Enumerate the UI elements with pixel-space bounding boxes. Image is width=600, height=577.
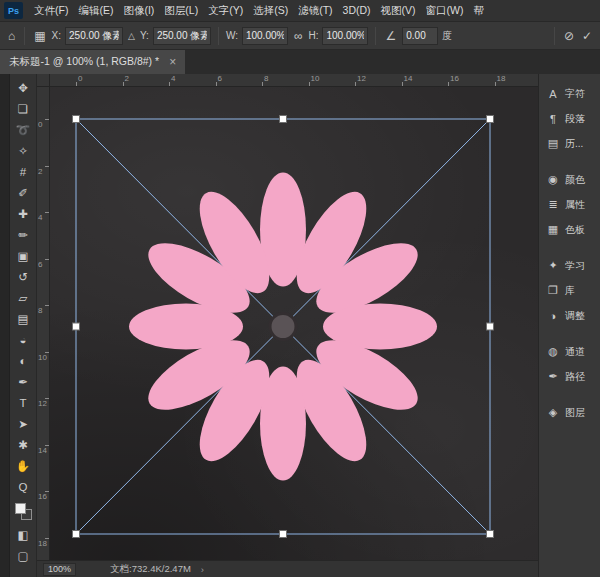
tab-close-icon[interactable]: × (169, 55, 176, 69)
ruler-label: 12 (357, 75, 366, 83)
menu-item[interactable]: 图像(I) (118, 0, 159, 21)
transform-handle[interactable] (280, 116, 287, 123)
width-input[interactable] (242, 27, 288, 45)
status-chevron-icon[interactable]: › (201, 564, 204, 575)
channels-panel[interactable]: ◍通道 (539, 339, 600, 364)
foreground-color-swatch[interactable] (15, 503, 26, 514)
color-swatches[interactable] (15, 503, 32, 520)
type-tool[interactable]: T (10, 392, 36, 413)
character-panel[interactable]: A字符 (539, 81, 600, 106)
photoshop-logo: Ps (4, 2, 23, 19)
menu-item[interactable]: 3D(D) (338, 0, 376, 21)
ruler-label: 0 (78, 75, 82, 83)
adjustments-panel[interactable]: ◑调整 (539, 303, 600, 328)
paragraph-panel[interactable]: ¶段落 (539, 106, 600, 131)
vertical-ruler[interactable]: 024681012141618 (37, 87, 50, 560)
transform-handle[interactable] (73, 116, 80, 123)
ruler-label: 2 (125, 75, 129, 83)
ruler-label: 10 (311, 75, 320, 83)
zoom-tool[interactable]: Q (10, 476, 36, 497)
panel-group: ✦学习❐库◑调整 (539, 253, 600, 328)
transform-handle[interactable] (487, 531, 494, 538)
color-panel[interactable]: ◉颜色 (539, 167, 600, 192)
menu-item[interactable]: 视图(V) (376, 0, 421, 21)
ruler-corner[interactable] (37, 74, 50, 87)
home-icon[interactable]: ⌂ (6, 29, 17, 43)
menu-item[interactable]: 选择(S) (248, 0, 293, 21)
menu-item[interactable]: 文件(F) (29, 0, 73, 21)
history-brush-tool[interactable]: ↺ (10, 266, 36, 287)
options-divider (554, 27, 555, 45)
menu-item[interactable]: 帮 (469, 0, 490, 21)
character-panel-icon: A (546, 88, 560, 100)
eyedropper-tool[interactable]: ✐ (10, 182, 36, 203)
menu-item[interactable]: 滤镜(T) (293, 0, 337, 21)
shape-tool[interactable]: ✱ (10, 434, 36, 455)
ruler-tick (45, 212, 49, 213)
marquee-tool[interactable]: ❏ (10, 98, 36, 119)
panel-label: 段落 (565, 112, 585, 126)
x-position-input[interactable] (65, 27, 123, 45)
swatches-panel[interactable]: ▦色板 (539, 217, 600, 242)
height-input[interactable] (322, 27, 368, 45)
screen-mode-icon[interactable]: ▢ (10, 545, 36, 566)
panel-group: A字符¶段落▤历... (539, 81, 600, 156)
panel-label: 路径 (565, 370, 585, 384)
layers-panel[interactable]: ◈图层 (539, 400, 600, 425)
transform-handle[interactable] (487, 323, 494, 330)
transform-handle[interactable] (73, 531, 80, 538)
ruler-tick (45, 305, 49, 306)
canvas-artwork[interactable] (50, 87, 538, 560)
gradient-tool[interactable]: ▤ (10, 308, 36, 329)
y-position-input[interactable] (153, 27, 211, 45)
left-dock-strip (0, 74, 10, 577)
horizontal-ruler[interactable]: 024681012141618 (50, 74, 538, 87)
quick-selection-tool[interactable]: ✧ (10, 140, 36, 161)
canvas-viewport[interactable] (50, 87, 538, 560)
commit-transform-icon[interactable]: ✓ (580, 29, 594, 43)
history-panel[interactable]: ▤历... (539, 131, 600, 156)
blur-tool[interactable]: ◒ (10, 329, 36, 350)
eraser-tool[interactable]: ▱ (10, 287, 36, 308)
clone-stamp-tool[interactable]: ▣ (10, 245, 36, 266)
cancel-transform-icon[interactable]: ⊘ (562, 29, 576, 43)
transform-handle[interactable] (487, 116, 494, 123)
brush-tool[interactable]: ✏ (10, 224, 36, 245)
learn-panel[interactable]: ✦学习 (539, 253, 600, 278)
menu-item[interactable]: 图层(L) (159, 0, 203, 21)
pen-tool[interactable]: ✒ (10, 371, 36, 392)
panel-label: 图层 (565, 406, 585, 420)
ruler-label: 8 (264, 75, 268, 83)
healing-brush-tool[interactable]: ✚ (10, 203, 36, 224)
menu-item[interactable]: 文字(Y) (203, 0, 248, 21)
panel-group: ◉颜色≣属性▦色板 (539, 167, 600, 242)
paths-panel[interactable]: ✒路径 (539, 364, 600, 389)
properties-panel[interactable]: ≣属性 (539, 192, 600, 217)
history-panel-icon: ▤ (546, 137, 560, 150)
transform-handle[interactable] (73, 323, 80, 330)
ruler-tick (45, 398, 49, 399)
document-tab[interactable]: 未标题-1 @ 100% (1, RGB/8#) * × (0, 50, 185, 74)
height-label: H: (308, 30, 318, 41)
ruler-tick (495, 82, 496, 86)
reference-point-icon[interactable]: ▦ (32, 29, 47, 43)
ruler-tick (402, 82, 403, 86)
zoom-level-field[interactable]: 100% (43, 563, 76, 576)
link-dimensions-icon[interactable]: ∞ (292, 29, 305, 43)
menu-item[interactable]: 编辑(E) (73, 0, 118, 21)
transform-handle[interactable] (280, 531, 287, 538)
menu-item[interactable]: 窗口(W) (421, 0, 469, 21)
move-tool[interactable]: ✥ (10, 77, 36, 98)
hand-tool[interactable]: ✋ (10, 455, 36, 476)
dodge-tool[interactable]: ◐ (10, 350, 36, 371)
libraries-panel[interactable]: ❐库 (539, 278, 600, 303)
lasso-tool[interactable]: ➰ (10, 119, 36, 140)
path-selection-tool[interactable]: ➤ (10, 413, 36, 434)
relative-position-toggle[interactable]: △ (127, 31, 136, 41)
ruler-label: 18 (38, 540, 47, 548)
swatches-panel-icon: ▦ (546, 223, 560, 236)
rotation-input[interactable] (402, 27, 438, 45)
ruler-label: 18 (497, 75, 506, 83)
crop-tool[interactable]: # (10, 161, 36, 182)
quick-mask-icon[interactable]: ◧ (10, 524, 36, 545)
